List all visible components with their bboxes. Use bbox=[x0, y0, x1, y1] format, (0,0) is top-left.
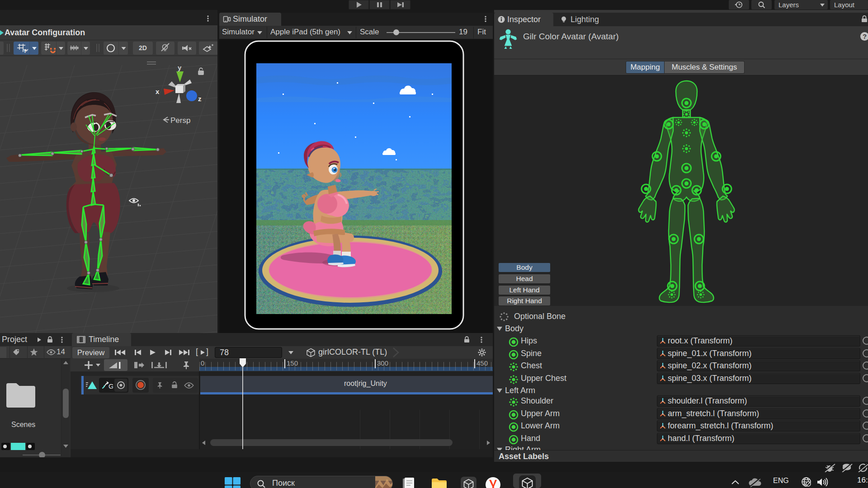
svg-text:z: z bbox=[198, 95, 202, 103]
svg-text:0: 0 bbox=[201, 359, 204, 367]
svg-text:450: 450 bbox=[476, 359, 488, 367]
svg-text:Y: Y bbox=[24, 49, 27, 54]
svg-text:y: y bbox=[178, 64, 182, 71]
svg-text:G: G bbox=[108, 382, 113, 389]
svg-text:300: 300 bbox=[377, 359, 388, 367]
svg-text:150: 150 bbox=[287, 359, 298, 367]
svg-text:x: x bbox=[156, 88, 160, 95]
svg-text:Persp: Persp bbox=[170, 116, 190, 125]
